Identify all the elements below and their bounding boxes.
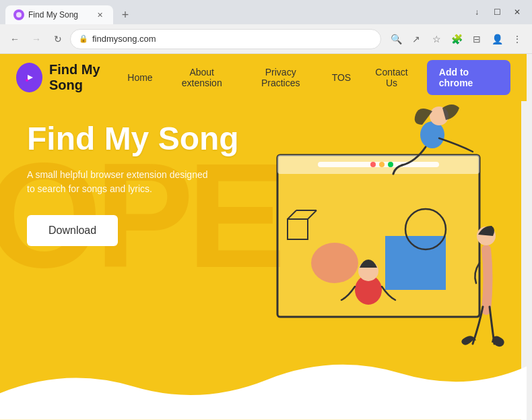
hero-subtitle: A small helpful browser extension design… xyxy=(27,168,215,196)
browser-toolbar: ← → ↻ 🔒 findmysong.com 🔍 ↗ ☆ 🧩 ⊟ 👤 ⋮ xyxy=(0,24,532,54)
svg-point-2 xyxy=(26,79,28,82)
svg-point-7 xyxy=(379,162,385,167)
address-text: findmysong.com xyxy=(92,34,372,44)
bookmark-button[interactable]: ☆ xyxy=(427,30,446,49)
close-button[interactable]: ✕ xyxy=(508,3,527,22)
download-button[interactable]: Download xyxy=(27,215,118,246)
profile-button[interactable]: 👤 xyxy=(488,30,506,49)
window-controls: ↓ ☐ ✕ xyxy=(467,3,527,22)
menu-button[interactable]: ⋮ xyxy=(508,30,527,49)
wave-bottom xyxy=(0,340,527,420)
tab-close-button[interactable]: ✕ xyxy=(94,9,105,20)
nav-privacy[interactable]: Privacy Practices xyxy=(251,67,310,88)
svg-point-15 xyxy=(311,243,358,283)
toolbar-icons: 🔍 ↗ ☆ 🧩 ⊟ 👤 ⋮ xyxy=(387,30,527,49)
svg-rect-9 xyxy=(385,236,446,290)
lock-icon: 🔒 xyxy=(79,34,88,43)
back-button[interactable]: ← xyxy=(5,30,24,49)
svg-point-8 xyxy=(388,162,393,167)
nav-tos[interactable]: TOS xyxy=(332,72,352,83)
svg-point-16 xyxy=(420,121,444,148)
address-bar[interactable]: 🔒 findmysong.com xyxy=(70,29,381,49)
logo-icon xyxy=(16,63,42,92)
maximize-button[interactable]: ☐ xyxy=(488,3,506,22)
tab-bar: Find My Song ✕ + xyxy=(5,0,135,24)
svg-rect-5 xyxy=(318,162,439,167)
nav-links: Home About extension Privacy Practices T… xyxy=(127,67,411,88)
website-content: Find My Song Home About extension Privac… xyxy=(0,54,527,420)
logo-text: Find My Song xyxy=(49,62,127,93)
nav-logo[interactable]: Find My Song xyxy=(16,62,127,93)
nav-contact[interactable]: Contact Us xyxy=(372,67,411,88)
minimize-button[interactable]: ↓ xyxy=(467,3,486,22)
hero-section: OPE Find My Song A small helpful browser… xyxy=(0,101,527,420)
site-nav: Find My Song Home About extension Privac… xyxy=(0,54,527,101)
share-button[interactable]: ↗ xyxy=(407,30,426,49)
active-tab[interactable]: Find My Song ✕ xyxy=(5,5,113,24)
tab-favicon xyxy=(13,9,24,20)
svg-point-0 xyxy=(16,12,22,18)
svg-point-6 xyxy=(370,162,376,167)
tab-grid-button[interactable]: ⊟ xyxy=(467,30,486,49)
tab-title: Find My Song xyxy=(28,10,90,20)
new-tab-button[interactable]: + xyxy=(116,5,135,24)
nav-about[interactable]: About extension xyxy=(174,67,230,88)
title-bar: Find My Song ✕ + ↓ ☐ ✕ xyxy=(0,0,532,24)
reload-button[interactable]: ↻ xyxy=(48,30,67,49)
browser-chrome: Find My Song ✕ + ↓ ☐ ✕ ← → ↻ 🔒 findmyson… xyxy=(0,0,532,54)
extensions-button[interactable]: 🧩 xyxy=(447,30,466,49)
forward-button[interactable]: → xyxy=(27,30,46,49)
zoom-button[interactable]: 🔍 xyxy=(387,30,405,49)
add-to-chrome-button[interactable]: Add to chrome xyxy=(427,60,510,95)
nav-home[interactable]: Home xyxy=(127,72,152,83)
